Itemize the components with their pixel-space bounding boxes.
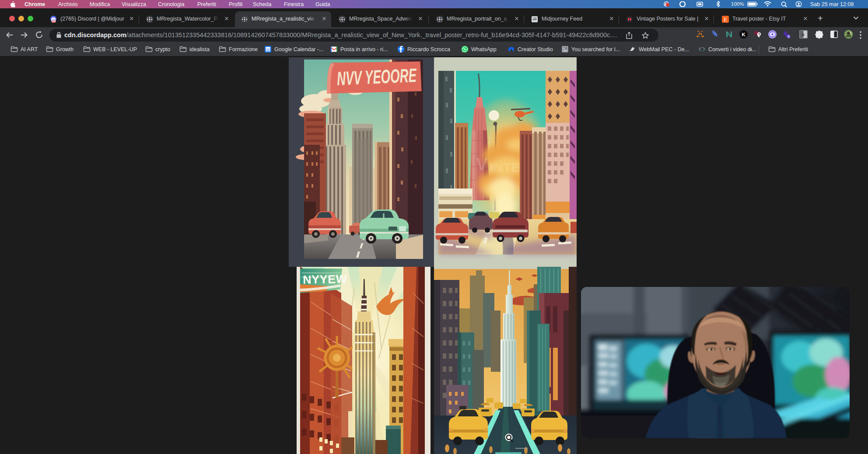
svg-text:V: V [476,154,488,174]
svg-text:NVV YEOORE: NVV YEOORE [336,64,417,89]
svg-text:E: E [724,17,727,23]
svg-text:K: K [742,32,746,37]
svg-text:2765: 2765 [51,21,56,23]
svg-text:INTE: INTE [490,160,520,175]
svg-text:31: 31 [266,48,270,51]
svg-text:NYYEW: NYYEW [303,272,347,286]
svg-text:K: K [802,33,805,37]
svg-text:5: 5 [788,35,789,38]
